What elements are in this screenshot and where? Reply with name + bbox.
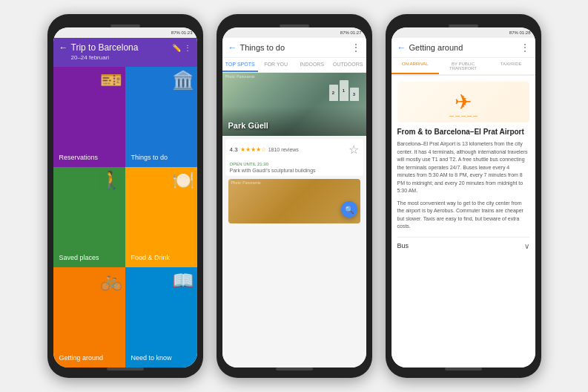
tab-taxi[interactable]: TAXI/RIDE: [487, 58, 535, 74]
dash-3: [461, 116, 466, 117]
getting-label: Getting around: [59, 354, 104, 362]
transport-tab-bar: ON ARRIVAL BY PUBLIC TRANSPORT TAXI/RIDE: [392, 58, 535, 76]
saved-label: Saved places: [59, 254, 99, 261]
plane-dashes: [397, 116, 529, 117]
photo-credit-2: Photo: Panoramio: [231, 180, 261, 185]
tab-for-you[interactable]: FOR YOU: [258, 58, 294, 72]
tab-outdoors[interactable]: OUTDOORS: [330, 58, 366, 72]
podium-1: 1: [340, 80, 348, 101]
second-image-container[interactable]: Photo: Panoramio 🔍: [225, 179, 363, 223]
open-status: OPEN UNTIL 21:30: [225, 160, 363, 168]
trip-header: ← Trip to Barcelona ✏️ ⋮ 20–24 februari: [53, 38, 197, 67]
podium-3: 3: [350, 88, 359, 101]
search-fab[interactable]: 🔍: [341, 201, 357, 218]
grid-item-getting-around[interactable]: 🚲 Getting around: [53, 267, 125, 368]
back-arrow-3-icon[interactable]: ←: [397, 42, 406, 53]
park-guell-hero[interactable]: 2 1 3 Photo: Panoramio Park Güell: [222, 73, 366, 136]
phone-3: 87% 01:28 ← Getting around ⋮ ON ARRIVAL …: [386, 14, 541, 378]
dash-2: [455, 116, 460, 117]
grid-item-saved-places[interactable]: 🚶 Saved places: [53, 167, 125, 267]
things-header: ← Things to do ⋮: [222, 38, 366, 58]
need-icon: 📖: [172, 270, 194, 291]
rating-number: 4.3: [230, 146, 238, 153]
bus-label: Bus: [397, 242, 409, 249]
reservations-icon: 🎫: [100, 70, 122, 91]
things-icon: 🏛️: [172, 70, 194, 91]
tab-public-transport[interactable]: BY PUBLIC TRANSPORT: [439, 58, 487, 74]
getting-header: ← Getting around ⋮: [392, 38, 535, 58]
photo-credit-1: Photo: Panoramio: [225, 74, 255, 79]
back-arrow-2-icon[interactable]: ←: [228, 42, 237, 53]
more-2-icon[interactable]: ⋮: [351, 42, 360, 53]
plane-icon: ✈: [455, 90, 472, 114]
phone-2-screen: 87% 01:27 ← Things to do ⋮ TOP SPOTS FOR…: [222, 27, 366, 368]
things-scroll-inner: 2 1 3 Photo: Panoramio Park Güell 4.3 ★★…: [222, 73, 366, 226]
review-count: 1810 reviews: [268, 147, 299, 152]
phone-2: 87% 01:27 ← Things to do ⋮ TOP SPOTS FOR…: [217, 14, 372, 378]
things-label: Things to do: [131, 154, 168, 161]
food-label: Food & Drink: [131, 254, 171, 261]
grid-item-reservations[interactable]: 🎫 Reservations: [53, 67, 125, 167]
getting-content: ✈ From & to Barcelona–El Prat Airport Ba…: [392, 76, 535, 368]
plane-illustration: ✈: [397, 82, 529, 122]
more-3-icon[interactable]: ⋮: [521, 42, 529, 53]
getting-icon: 🚲: [100, 270, 122, 291]
aerobus-link[interactable]: Aerobus: [434, 208, 453, 213]
stars-icon: ★★★★☆: [240, 146, 266, 153]
trip-header-top: ← Trip to Barcelona ✏️ ⋮: [59, 42, 191, 53]
phone-1: 87% 01:23 ← Trip to Barcelona ✏️ ⋮ 20–24…: [47, 14, 203, 378]
grid-item-things-to-do[interactable]: 🏛️ Things to do: [125, 67, 197, 167]
status-text-2: 87% 01:27: [340, 30, 362, 35]
dash-5: [473, 116, 478, 117]
tab-indoors[interactable]: INDOORS: [294, 58, 331, 72]
more-icon[interactable]: ⋮: [184, 44, 191, 52]
airport-body-1: Barcelona–El Prat Airport is 13 kilomete…: [397, 140, 529, 195]
status-bar-2: 87% 01:27: [222, 27, 366, 38]
park-guell-label: Park Güell: [228, 121, 268, 130]
food-icon: 🍽️: [172, 170, 194, 191]
edit-icon[interactable]: ✏️: [172, 44, 181, 52]
back-arrow-icon[interactable]: ←: [59, 42, 68, 53]
things-tab-bar: TOP SPOTS FOR YOU INDOORS OUTDOORS: [222, 58, 366, 73]
things-scroll: 2 1 3 Photo: Panoramio Park Güell 4.3 ★★…: [222, 73, 366, 368]
bus-row[interactable]: Bus ∨: [397, 237, 529, 250]
tab-top-spots[interactable]: TOP SPOTS: [222, 58, 259, 72]
trip-title: Trip to Barcelona: [71, 42, 169, 53]
airport-title: From & to Barcelona–El Prat Airport: [397, 127, 529, 137]
dash-1: [449, 116, 454, 117]
status-text-3: 87% 01:28: [509, 30, 531, 35]
tab-on-arrival[interactable]: ON ARRIVAL: [392, 58, 440, 74]
phone-1-screen: 87% 01:23 ← Trip to Barcelona ✏️ ⋮ 20–24…: [53, 27, 197, 368]
saved-icon: 🚶: [100, 170, 122, 191]
airport-body-2: The most convenient way to get to the ci…: [397, 200, 529, 231]
phone-3-screen: 87% 01:28 ← Getting around ⋮ ON ARRIVAL …: [392, 27, 535, 368]
need-label: Need to know: [131, 354, 172, 362]
grid-item-food-drink[interactable]: 🍽️ Food & Drink: [125, 167, 197, 267]
status-text-1: 87% 01:23: [171, 30, 193, 35]
trip-grid: 🎫 Reservations 🏛️ Things to do 🚶 Saved p…: [53, 67, 197, 368]
chevron-down-icon[interactable]: ∨: [524, 242, 529, 250]
grid-item-need-to-know[interactable]: 📖 Need to know: [125, 267, 197, 368]
second-hero-image: Photo: Panoramio: [228, 179, 360, 223]
status-bar-3: 87% 01:28: [392, 27, 535, 38]
bookmark-icon[interactable]: ☆: [348, 143, 359, 157]
status-bar-1: 87% 01:23: [53, 27, 197, 38]
podium-2: 2: [329, 85, 338, 101]
place-rating-row: 4.3 ★★★★☆ 1810 reviews ☆: [225, 139, 363, 160]
reservations-label: Reservations: [59, 154, 99, 161]
podium-illustration: 2 1 3: [329, 80, 359, 101]
dash-4: [467, 116, 472, 117]
things-title: Things to do: [240, 43, 348, 52]
park-guell-card[interactable]: 4.3 ★★★★☆ 1810 reviews ☆ OPEN UNTIL 21:3…: [225, 139, 363, 176]
trip-date: 20–24 februari: [59, 54, 191, 61]
getting-title: Getting around: [409, 43, 518, 52]
place-type: Park with Gaudí's sculptural buildings: [225, 168, 363, 176]
